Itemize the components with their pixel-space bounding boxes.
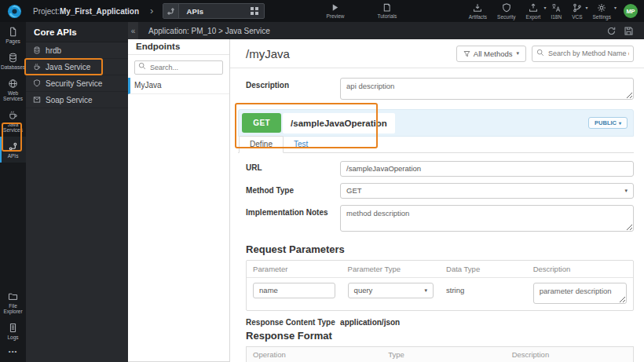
tree-item-soap-service[interactable]: Soap Service bbox=[26, 92, 128, 108]
operation-header[interactable]: GET /sampleJavaOperation PUBLIC ▾ bbox=[238, 109, 634, 137]
endpoints-panel: Endpoints MyJava bbox=[128, 39, 230, 362]
tutorials-label: Tutorials bbox=[378, 13, 397, 19]
column-header: Operation bbox=[247, 347, 382, 362]
api-connector-icon bbox=[163, 4, 179, 18]
coffee-icon bbox=[8, 110, 18, 120]
sidebar-label: Databases bbox=[1, 64, 25, 70]
core-apis-title: Core APIs bbox=[26, 22, 128, 42]
coffee-icon bbox=[33, 63, 41, 71]
sidebar-item-file-explorer[interactable]: File Explorer bbox=[0, 287, 26, 318]
save-button[interactable] bbox=[624, 26, 634, 36]
method-search-input[interactable] bbox=[532, 46, 634, 62]
parameter-name-input[interactable] bbox=[253, 283, 335, 298]
sidebar-label: Java Services bbox=[1, 122, 25, 133]
settings-label: Settings bbox=[593, 14, 612, 20]
project-title[interactable]: Project:My_First_Application bbox=[33, 7, 139, 16]
column-header: Parameter Type bbox=[342, 261, 440, 277]
api-title: /myJava bbox=[246, 47, 290, 60]
chevron-down-icon: ▾ bbox=[425, 287, 428, 294]
tree-item-label: Soap Service bbox=[46, 96, 92, 104]
parameter-type-value: query bbox=[354, 286, 373, 294]
chevron-down-icon: ▾ bbox=[543, 5, 546, 11]
artifacts-button[interactable]: Artifacts bbox=[469, 3, 487, 20]
left-icon-bar: Pages Databases Web Serv bbox=[0, 22, 26, 362]
sidebar-label: Logs bbox=[7, 335, 18, 340]
chevron-down-icon: ▾ bbox=[585, 5, 587, 11]
tab-test[interactable]: Test bbox=[284, 137, 318, 152]
funnel-icon bbox=[463, 50, 470, 57]
book-icon bbox=[382, 3, 391, 12]
tree-item-hrdb[interactable]: hrdb bbox=[26, 42, 128, 59]
vcs-label: VCS bbox=[572, 14, 582, 20]
grid-icon[interactable] bbox=[251, 7, 258, 15]
sidebar-label: Web Services bbox=[1, 90, 25, 101]
description-textarea[interactable]: api description bbox=[340, 78, 634, 100]
sidebar-spacer bbox=[0, 163, 26, 287]
impl-notes-label: Implementation Notes bbox=[246, 205, 340, 235]
column-header: Description bbox=[506, 347, 633, 362]
tab-define[interactable]: Define bbox=[239, 136, 284, 153]
soap-service-icon bbox=[33, 96, 41, 104]
chevron-down-icon: ▾ bbox=[516, 50, 519, 57]
visibility-label: PUBLIC bbox=[595, 119, 617, 126]
tree-item-label: hrdb bbox=[46, 46, 61, 55]
header-actions bbox=[606, 26, 634, 36]
sidebar-item-web-services[interactable]: Web Services bbox=[0, 74, 26, 105]
endpoints-search-input[interactable] bbox=[134, 60, 223, 75]
endpoint-item-myjava[interactable]: MyJava bbox=[128, 78, 229, 94]
sidebar-more-button[interactable]: ••• bbox=[0, 344, 26, 362]
visibility-dropdown[interactable]: PUBLIC ▾ bbox=[588, 117, 628, 129]
security-button[interactable]: Security bbox=[497, 3, 515, 20]
methods-filter-dropdown[interactable]: All Methods ▾ bbox=[456, 46, 526, 62]
impl-notes-textarea[interactable]: method description bbox=[340, 205, 634, 232]
vcs-button[interactable]: ▾ VCS bbox=[572, 3, 582, 20]
search-icon bbox=[138, 62, 146, 70]
topbar-right-actions: Artifacts Security ▾ Export bbox=[469, 3, 638, 20]
api-detail-header: /myJava All Methods ▾ bbox=[230, 39, 644, 68]
tutorials-button[interactable]: Tutorials bbox=[378, 3, 397, 19]
operation-path[interactable]: /sampleJavaOperation bbox=[283, 113, 395, 133]
preview-button[interactable]: Preview bbox=[326, 3, 344, 19]
tree-item-label: Security Service bbox=[46, 79, 102, 88]
api-detail-main: /myJava All Methods ▾ bbox=[230, 39, 644, 362]
endpoints-search bbox=[134, 59, 223, 75]
sidebar-item-pages[interactable]: Pages bbox=[0, 22, 26, 48]
folder-icon bbox=[8, 291, 18, 302]
application-header: « Application: PM_10 > Java Service bbox=[128, 22, 644, 39]
tree-item-security-service[interactable]: Security Service bbox=[26, 75, 128, 92]
collapse-panel-button[interactable]: « bbox=[128, 22, 138, 39]
sidebar-item-apis[interactable]: APIs bbox=[0, 137, 26, 163]
sidebar-item-java-services[interactable]: Java Services bbox=[0, 105, 26, 137]
description-row: Description api description bbox=[246, 78, 634, 103]
sidebar-item-logs[interactable]: Logs bbox=[0, 318, 26, 344]
refresh-button[interactable] bbox=[606, 26, 617, 36]
description-label: Description bbox=[246, 78, 340, 103]
settings-button[interactable]: ▾ Settings bbox=[593, 3, 612, 20]
i18n-label: I18N bbox=[551, 14, 562, 20]
globe-icon bbox=[8, 79, 18, 89]
apis-tab-label: APIs bbox=[179, 7, 251, 16]
url-input[interactable] bbox=[340, 161, 634, 177]
method-type-select[interactable]: GET ▾ bbox=[340, 183, 634, 199]
chevron-down-icon: ▾ bbox=[614, 5, 617, 11]
operation-body: URL Method Type GET ▾ bbox=[238, 153, 634, 362]
tree-item-java-service[interactable]: Java Service bbox=[26, 59, 128, 75]
export-button[interactable]: ▾ Export bbox=[526, 3, 541, 20]
apis-tab[interactable]: APIs bbox=[163, 3, 265, 19]
user-avatar[interactable]: MP bbox=[624, 4, 638, 18]
method-badge: GET bbox=[242, 113, 281, 133]
search-icon bbox=[536, 49, 544, 57]
parameter-type-select[interactable]: query ▾ bbox=[348, 283, 434, 298]
upload-icon bbox=[529, 3, 538, 13]
i18n-button[interactable]: I18N bbox=[551, 3, 562, 20]
parameter-description-textarea[interactable]: parameter description bbox=[533, 283, 627, 304]
column-header: Description bbox=[527, 261, 633, 277]
data-type-value: string bbox=[446, 283, 521, 294]
response-format-table: Operation Type Description sampleJavaOpe… bbox=[246, 346, 634, 362]
api-detail-content: Description api description GET /sampleJ… bbox=[230, 68, 644, 362]
export-label: Export bbox=[526, 14, 541, 20]
url-label: URL bbox=[246, 160, 340, 177]
app-logo-icon[interactable] bbox=[7, 4, 22, 19]
sidebar-item-databases[interactable]: Databases bbox=[0, 48, 26, 74]
project-name: My_First_Application bbox=[60, 7, 139, 16]
